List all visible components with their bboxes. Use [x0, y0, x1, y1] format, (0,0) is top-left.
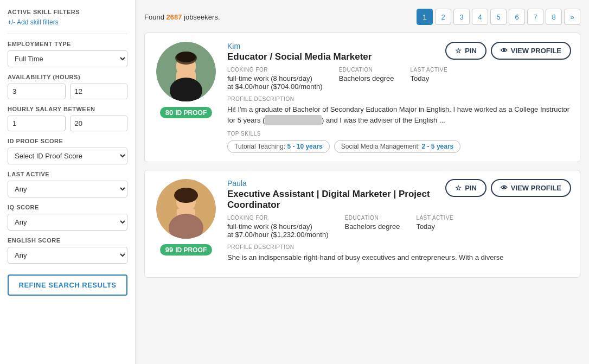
education-value-2: Bachelors degree	[344, 222, 400, 231]
last-active-value-2: Today	[416, 222, 453, 231]
looking-for-title-2: LOOKING FOR	[227, 215, 328, 221]
id-proof-select[interactable]: Select ID Proof Score 60+ 70+ 80+ 90+	[8, 148, 127, 164]
education-title-2: EDUCATION	[344, 215, 400, 221]
add-skill-link[interactable]: +/- Add skill filters	[8, 18, 127, 26]
id-proof-score-2: 99	[165, 246, 173, 254]
avatar-col-1: 80 ID PROOF	[153, 42, 219, 153]
skills-row-1: Tutorial Teaching: 5 - 10 years Social M…	[227, 140, 571, 153]
page-btn-2[interactable]: 2	[435, 9, 451, 25]
avatar-2	[156, 179, 216, 239]
id-proof-badge-2: 99 ID PROOF	[160, 244, 212, 256]
last-active-value-1: Today	[411, 74, 448, 82]
skill-years-1-2: 2 - 5 years	[422, 143, 454, 150]
id-proof-badge-1: 80 ID PROOF	[160, 107, 212, 118]
profile-desc-title-2: PROFILE DESCRIPTION	[227, 244, 571, 250]
page-btn-next[interactable]: »	[564, 9, 580, 25]
header-row: Found 2687 jobseekers. 1 2 3 4 5 6 7 8 »	[144, 9, 580, 25]
view-profile-button-2[interactable]: 👁 VIEW PROFILE	[491, 179, 571, 197]
looking-for-line2-2: at $7.00/hour ($1,232.00/month)	[227, 231, 328, 239]
id-proof-label: ID PROOF SCORE	[8, 138, 127, 144]
page-btn-3[interactable]: 3	[453, 9, 470, 25]
id-proof-label-2: ID PROOF	[175, 246, 207, 254]
card-body-2: Paula Executive Assistant | Digital Mark…	[227, 179, 571, 269]
card-actions-1: ☆ PIN 👁 VIEW PROFILE	[445, 42, 571, 60]
salary-max-input[interactable]: 20	[70, 116, 128, 131]
skill-years-1-1: 5 - 10 years	[287, 143, 322, 150]
blurred-text-1	[265, 115, 322, 126]
pagination: 1 2 3 4 5 6 7 8 »	[417, 9, 580, 25]
skills-title-1: TOP SKILLS	[227, 131, 571, 137]
results-number: 2687	[166, 13, 182, 21]
education-block-1: EDUCATION Bachelors degree	[339, 67, 394, 91]
page-btn-8[interactable]: 8	[546, 9, 562, 25]
sidebar: ACTIVE SKILL FILTERS +/- Add skill filte…	[0, 0, 136, 364]
candidate-title-1: Educator / Social Media Marketer	[227, 52, 372, 62]
last-active-block-1: LAST ACTIVE Today	[411, 67, 448, 91]
card-header-2: Paula Executive Assistant | Digital Mark…	[227, 179, 571, 210]
iq-score-select[interactable]: Any 80+ 90+ 100+	[8, 214, 127, 231]
candidate-name-2: Paula	[227, 179, 445, 188]
card-actions-2: ☆ PIN 👁 VIEW PROFILE	[445, 179, 571, 197]
last-active-label: LAST ACTIVE	[8, 171, 127, 177]
page-btn-6[interactable]: 6	[509, 9, 525, 25]
eye-icon-1: 👁	[501, 47, 508, 55]
employment-type-label: EMPLOYMENT TYPE	[8, 41, 127, 47]
info-row-2: LOOKING FOR full-time work (8 hours/day)…	[227, 215, 571, 239]
page-btn-5[interactable]: 5	[490, 9, 507, 25]
page-btn-1[interactable]: 1	[417, 9, 433, 25]
pin-icon-1: ☆	[455, 47, 462, 55]
availability-row: 3 12	[8, 84, 127, 99]
results-prefix: Found	[144, 13, 166, 21]
view-label-2: VIEW PROFILE	[511, 184, 561, 192]
salary-label: HOURLY SALARY BETWEEN	[8, 106, 127, 112]
last-active-select[interactable]: Any Today This Week This Month	[8, 181, 127, 197]
results-suffix: jobseekers.	[182, 13, 220, 21]
last-active-block-2: LAST ACTIVE Today	[416, 215, 453, 239]
education-title-1: EDUCATION	[339, 67, 394, 73]
divider-1	[8, 34, 127, 34]
education-value-1: Bachelors degree	[339, 74, 394, 82]
pin-button-1[interactable]: ☆ PIN	[445, 42, 486, 60]
pin-button-2[interactable]: ☆ PIN	[445, 179, 486, 197]
pin-label-2: PIN	[465, 184, 477, 192]
availability-min-input[interactable]: 3	[8, 84, 66, 99]
salary-row: 1 20	[8, 116, 127, 131]
page-btn-7[interactable]: 7	[527, 9, 543, 25]
pin-label-1: PIN	[465, 47, 477, 55]
svg-point-8	[175, 52, 197, 65]
skill-tag-1-2: Social Media Management: 2 - 5 years	[334, 140, 460, 153]
iq-score-label: IQ SCORE	[8, 204, 127, 210]
last-active-title-2: LAST ACTIVE	[416, 215, 453, 221]
looking-for-line1-1: full-time work (8 hours/day)	[227, 74, 323, 82]
avatar-1	[156, 42, 216, 101]
employment-type-select[interactable]: Full Time Part Time Contract	[8, 50, 127, 67]
salary-min-input[interactable]: 1	[8, 116, 66, 131]
info-row-1: LOOKING FOR full-time work (8 hours/day)…	[227, 67, 571, 91]
view-profile-button-1[interactable]: 👁 VIEW PROFILE	[491, 42, 571, 60]
availability-max-input[interactable]: 12	[70, 84, 128, 99]
pin-icon-2: ☆	[455, 184, 462, 192]
profile-desc-text-2: She is an indispensable right-hand of bu…	[227, 252, 571, 263]
education-block-2: EDUCATION Bachelors degree	[344, 215, 400, 239]
looking-for-line2-1: at $4.00/hour ($704.00/month)	[227, 82, 323, 91]
looking-for-title-1: LOOKING FOR	[227, 67, 323, 73]
english-score-select[interactable]: Any 80+ 90+ 100+	[8, 247, 127, 264]
profile-desc-title-1: PROFILE DESCRIPTION	[227, 96, 571, 102]
availability-label: AVAILABILITY (HOURS)	[8, 74, 127, 80]
card-body-1: Kim Educator / Social Media Marketer ☆ P…	[227, 42, 571, 153]
page-btn-4[interactable]: 4	[472, 9, 488, 25]
avatar-image-1	[156, 42, 216, 101]
candidate-card-2: 99 ID PROOF Paula Executive Assistant | …	[144, 170, 580, 278]
view-label-1: VIEW PROFILE	[511, 47, 561, 55]
candidate-info-2: Paula Executive Assistant | Digital Mark…	[227, 179, 445, 210]
results-count: Found 2687 jobseekers.	[144, 13, 220, 21]
candidate-info-1: Kim Educator / Social Media Marketer	[227, 42, 372, 62]
candidate-card-1: 80 ID PROOF Kim Educator / Social Media …	[144, 33, 580, 162]
active-skill-filters-title: ACTIVE SKILL FILTERS	[8, 9, 127, 15]
refine-search-button[interactable]: REFINE SEARCH RESULTS	[8, 274, 127, 296]
main-content: Found 2687 jobseekers. 1 2 3 4 5 6 7 8 »	[136, 0, 589, 364]
eye-icon-2: 👁	[501, 184, 508, 192]
last-active-title-1: LAST ACTIVE	[411, 67, 448, 73]
svg-point-12	[174, 188, 198, 203]
card-header-1: Kim Educator / Social Media Marketer ☆ P…	[227, 42, 571, 62]
